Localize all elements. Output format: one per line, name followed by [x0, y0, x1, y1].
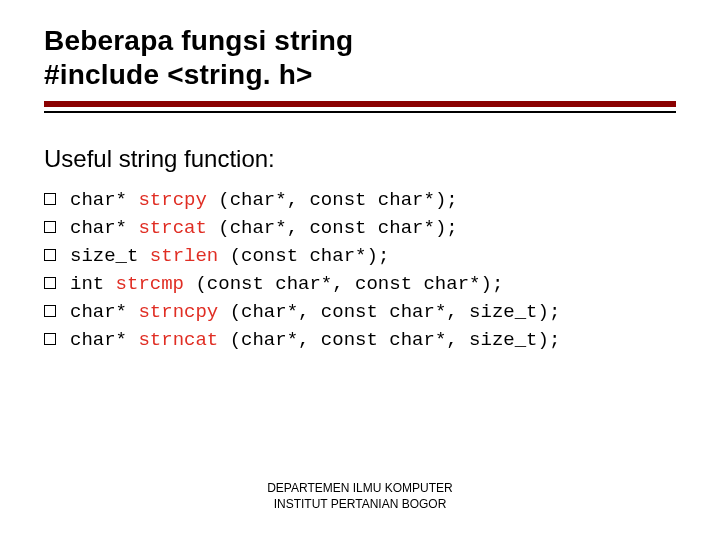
function-signature: int strcmp (const char*, const char*);: [70, 273, 503, 295]
function-signature: char* strncpy (char*, const char*, size_…: [70, 301, 560, 323]
bullet-square-icon: [44, 193, 56, 205]
func-post: (char*, const char*, size_t);: [218, 301, 560, 323]
footer-line-2: INSTITUT PERTANIAN BOGOR: [0, 496, 720, 512]
func-name: strlen: [150, 245, 218, 267]
func-post: (const char*);: [218, 245, 389, 267]
func-name: strcat: [138, 217, 206, 239]
func-pre: char*: [70, 301, 138, 323]
func-pre: char*: [70, 189, 138, 211]
list-item: size_t strlen (const char*);: [44, 245, 676, 267]
bullet-square-icon: [44, 333, 56, 345]
slide-title: Beberapa fungsi string #include <string.…: [44, 24, 676, 113]
func-name: strncat: [138, 329, 218, 351]
bullet-square-icon: [44, 305, 56, 317]
func-post: (char*, const char*);: [207, 217, 458, 239]
func-pre: char*: [70, 329, 138, 351]
func-pre: size_t: [70, 245, 150, 267]
func-pre: char*: [70, 217, 138, 239]
bullet-square-icon: [44, 249, 56, 261]
func-post: (char*, const char*, size_t);: [218, 329, 560, 351]
bullet-square-icon: [44, 277, 56, 289]
title-line-2: #include <string. h>: [44, 58, 676, 92]
list-item: int strcmp (const char*, const char*);: [44, 273, 676, 295]
footer-line-1: DEPARTEMEN ILMU KOMPUTER: [0, 480, 720, 496]
func-name: strcmp: [116, 273, 184, 295]
title-line-1: Beberapa fungsi string: [44, 24, 676, 58]
function-signature: char* strcpy (char*, const char*);: [70, 189, 458, 211]
slide-footer: DEPARTEMEN ILMU KOMPUTER INSTITUT PERTAN…: [0, 480, 720, 512]
section-heading: Useful string function:: [44, 145, 676, 173]
list-item: char* strncat (char*, const char*, size_…: [44, 329, 676, 351]
slide: Beberapa fungsi string #include <string.…: [0, 0, 720, 540]
func-pre: int: [70, 273, 116, 295]
bullet-square-icon: [44, 221, 56, 233]
function-list: char* strcpy (char*, const char*); char*…: [44, 189, 676, 351]
list-item: char* strcat (char*, const char*);: [44, 217, 676, 239]
function-signature: char* strcat (char*, const char*);: [70, 217, 458, 239]
title-underline: [44, 101, 676, 113]
func-name: strcpy: [138, 189, 206, 211]
func-post: (char*, const char*);: [207, 189, 458, 211]
function-signature: size_t strlen (const char*);: [70, 245, 389, 267]
rule-thin: [44, 111, 676, 113]
func-name: strncpy: [138, 301, 218, 323]
list-item: char* strncpy (char*, const char*, size_…: [44, 301, 676, 323]
func-post: (const char*, const char*);: [184, 273, 503, 295]
list-item: char* strcpy (char*, const char*);: [44, 189, 676, 211]
rule-thick: [44, 101, 676, 107]
function-signature: char* strncat (char*, const char*, size_…: [70, 329, 560, 351]
